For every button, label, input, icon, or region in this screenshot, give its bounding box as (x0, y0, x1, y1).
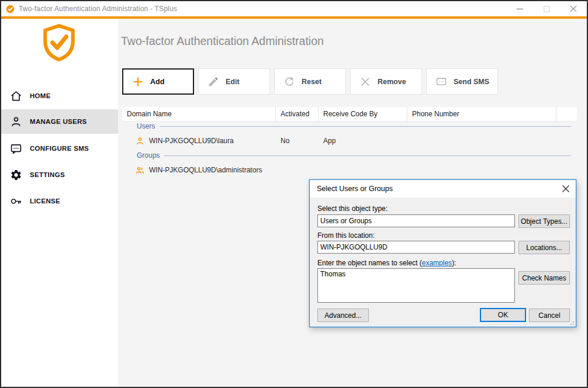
chat-icon (10, 143, 22, 155)
send-sms-button[interactable]: Send SMS (426, 68, 498, 95)
sidebar-item-configure-sms[interactable]: CONFIGURE SMS (1, 136, 118, 161)
sidebar-item-label: LICENSE (30, 198, 60, 205)
select-users-or-groups-dialog: Select Users or Groups Select this objec… (309, 179, 576, 327)
column-header-spacer (556, 107, 577, 121)
titlebar: Two-factor Authentication Administration… (1, 1, 587, 16)
column-header-activated[interactable]: Activated (276, 107, 319, 121)
resize-grip[interactable] (568, 319, 574, 325)
cell-receive-code-by: App (323, 137, 412, 145)
remove-button-label: Remove (378, 78, 406, 86)
dialog-title: Select Users or Groups (310, 185, 393, 193)
location-field[interactable]: WIN-PJKGOQLLU9D (317, 241, 515, 254)
edit-button-label: Edit (226, 78, 240, 86)
sidebar-item-label: CONFIGURE SMS (30, 145, 89, 152)
remove-button[interactable]: Remove (350, 68, 422, 95)
location-label: From this location: (317, 231, 375, 240)
edit-button[interactable]: Edit (198, 68, 270, 95)
app-window: Two-factor Authentication Administration… (0, 0, 588, 388)
object-type-label: Select this object type: (317, 205, 388, 213)
add-button-label: Add (150, 78, 164, 86)
maximize-icon (544, 6, 550, 12)
check-names-button[interactable]: Check Names (518, 271, 570, 285)
pencil-icon (207, 76, 219, 88)
column-header-receive-code-by[interactable]: Receive Code By (319, 107, 407, 121)
object-names-label-prefix: Enter the object names to select ( (317, 259, 422, 267)
reset-button-label: Reset (302, 78, 321, 86)
group-header-users: Users (137, 122, 571, 130)
object-types-button[interactable]: Object Types... (518, 214, 570, 228)
object-names-value: Thomas (320, 270, 345, 278)
column-header-phone-number[interactable]: Phone Number (407, 107, 556, 121)
object-names-textarea[interactable]: Thomas (317, 268, 515, 303)
maximize-button[interactable] (533, 1, 560, 16)
table-header: Domain Name Activated Receive Code By Ph… (122, 107, 577, 122)
column-header-domain-name[interactable]: Domain Name (122, 107, 276, 121)
send-sms-button-label: Send SMS (454, 78, 489, 86)
group-divider (164, 155, 571, 156)
cell-domain-name: WIN-PJKGOQLLU9D\laura (149, 137, 281, 145)
group-label: Users (137, 122, 155, 130)
window-controls (506, 1, 587, 16)
minimize-button[interactable] (506, 1, 533, 16)
object-names-label: Enter the object names to select (exampl… (317, 259, 456, 267)
advanced-button[interactable]: Advanced... (317, 309, 369, 322)
reset-button[interactable]: Reset (274, 68, 346, 95)
home-icon (10, 90, 22, 102)
add-button[interactable]: Add (122, 68, 194, 95)
gear-icon (10, 169, 22, 181)
locations-button[interactable]: Locations... (518, 241, 570, 254)
user-icon (136, 137, 144, 146)
dialog-titlebar[interactable]: Select Users or Groups (310, 180, 576, 198)
object-type-field[interactable]: Users or Groups (317, 214, 515, 227)
sms-bubble-icon (435, 76, 447, 88)
cancel-button[interactable]: Cancel (529, 309, 570, 322)
examples-link[interactable]: examples (422, 259, 452, 267)
group-divider (160, 126, 571, 127)
cell-activated: No (281, 137, 323, 145)
page-title: Two-factor Authentication Administration (121, 34, 324, 48)
sidebar-item-home[interactable]: HOME (1, 84, 118, 108)
sidebar-item-label: HOME (30, 92, 51, 99)
dialog-close-icon[interactable] (562, 185, 570, 193)
object-names-label-suffix: ): (452, 259, 456, 267)
cell-domain-name: WIN-PJKGOQLLU9D\administrators (149, 166, 281, 174)
sidebar-item-label: MANAGE USERS (30, 118, 87, 125)
table-row-group-administrators[interactable]: WIN-PJKGOQLLU9D\administrators (136, 164, 412, 176)
table-row-user-laura[interactable]: WIN-PJKGOQLLU9D\laura No App (136, 135, 412, 147)
window-title: Two-factor Authentication Administration… (19, 5, 177, 13)
group-icon (136, 166, 144, 175)
group-header-groups: Groups (137, 151, 571, 160)
sidebar-item-license[interactable]: LICENSE (1, 189, 118, 213)
sidebar-item-settings[interactable]: SETTINGS (1, 162, 118, 187)
sidebar: HOME MANAGE USERS CONFIGURE SMS SETTINGS (1, 19, 118, 387)
x-icon (359, 76, 371, 88)
app-shield-icon (6, 5, 15, 13)
sidebar-item-manage-users[interactable]: MANAGE USERS (1, 109, 118, 134)
tsplus-shield-logo (40, 23, 78, 62)
close-icon (570, 5, 577, 12)
ok-button[interactable]: OK (480, 308, 526, 322)
group-label: Groups (137, 151, 160, 160)
reset-icon (283, 76, 295, 88)
plus-icon (132, 76, 144, 88)
key-icon (10, 195, 22, 207)
close-button[interactable] (560, 1, 587, 16)
minimize-icon (517, 6, 523, 12)
sidebar-item-label: SETTINGS (30, 171, 65, 178)
user-icon (10, 116, 22, 128)
